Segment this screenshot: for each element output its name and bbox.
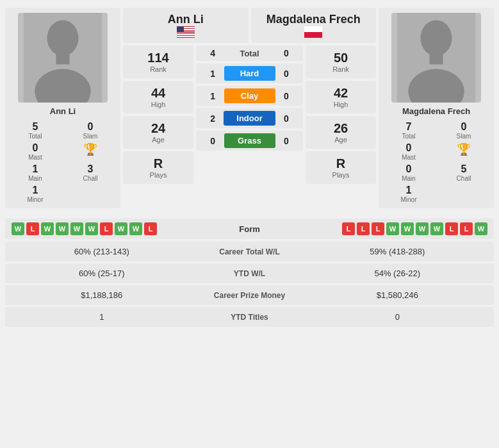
player1-career-prize: $1,188,186 — [12, 290, 192, 300]
player1-center-stats: 114 Rank 44 High 24 Age R Plays — [123, 46, 193, 184]
player1-form-badge: W — [70, 222, 83, 235]
player2-form: LLLWWWWLLW — [275, 222, 488, 235]
player1-form: WLWWWWLWWL — [12, 222, 224, 235]
career-prize-row: $1,188,186 Career Prize Money $1,580,246 — [5, 285, 494, 305]
player2-mast: 0 Mast — [384, 142, 434, 161]
middle-section: 114 Rank 44 High 24 Age R Plays — [123, 46, 376, 184]
player1-age-box: 24 Age — [123, 116, 193, 149]
player1-card: Ann Li 5 Total 0 Slam 0 Mast 🏆 — [5, 8, 120, 208]
player2-ytd-titles: 0 — [307, 312, 488, 322]
player1-ytd-wl: 60% (25-17) — [12, 269, 192, 278]
player1-header-name: Ann Li — [168, 13, 204, 26]
main-container: Ann Li 5 Total 0 Slam 0 Mast 🏆 — [0, 0, 499, 329]
player2-form-badge: W — [401, 222, 414, 235]
player1-form-badge: W — [129, 222, 142, 235]
player1-total: 5 Total — [10, 121, 60, 140]
player2-form-badge: W — [416, 222, 429, 235]
player1-high-box: 44 High — [123, 81, 193, 113]
player2-career-wl: 59% (418-288) — [307, 247, 488, 256]
player2-main: 0 Main — [384, 163, 434, 182]
player1-flag — [177, 26, 195, 38]
ytd-wl-label: YTD W/L — [192, 269, 307, 278]
player1-form-badge: W — [115, 222, 127, 235]
player2-age-box: 26 Age — [306, 116, 376, 149]
player1-form-badge: W — [85, 222, 98, 235]
svg-rect-7 — [430, 54, 443, 65]
surface-grass-row: 0 Grass 0 — [196, 131, 303, 151]
player1-career-wl: 60% (213-143) — [12, 247, 192, 256]
player1-stats-grid: 5 Total 0 Slam 0 Mast 🏆 1 Main — [10, 121, 115, 203]
surface-clay-row: 1 Clay 0 — [196, 86, 303, 106]
player2-center-stats: 50 Rank 42 High 26 Age R Plays — [306, 46, 376, 184]
surface-indoor-row: 2 Indoor 0 — [196, 108, 303, 128]
ytd-wl-row: 60% (25-17) YTD W/L 54% (26-22) — [5, 263, 494, 283]
player2-slam: 0 Slam — [439, 121, 489, 140]
trophy1-icon: 🏆 — [83, 143, 97, 156]
player2-minor: 1 Minor — [384, 185, 434, 203]
player2-ytd-wl: 54% (26-22) — [307, 269, 488, 278]
player2-form-badge: W — [430, 222, 443, 235]
form-label: Form — [224, 224, 275, 234]
form-section: WLWWWWLWWL Form LLLWWWWLLW — [5, 219, 494, 239]
player2-rank-box: 50 Rank — [306, 46, 376, 78]
player2-plays-box: R Plays — [306, 151, 376, 184]
player2-card: Magdalena Frech 7 Total 0 Slam 0 Mast 🏆 — [379, 8, 494, 208]
player2-header-name: Magdalena Frech — [266, 13, 361, 26]
surface-hard-badge: Hard — [220, 66, 279, 81]
player1-main: 1 Main — [10, 163, 60, 182]
career-wl-row: 60% (213-143) Career Total W/L 59% (418-… — [5, 242, 494, 261]
player1-trophy: 🏆 — [65, 142, 115, 161]
surface-clay-badge: Clay — [220, 88, 279, 103]
player2-flag — [304, 26, 322, 38]
player1-form-badge: W — [12, 222, 24, 235]
player1-avatar — [18, 13, 108, 103]
ytd-titles-row: 1 YTD Titles 0 — [5, 307, 494, 327]
career-prize-label: Career Prize Money — [192, 291, 307, 300]
comparison-section: Ann Li 5 Total 0 Slam 0 Mast 🏆 — [0, 0, 499, 216]
ytd-titles-label: YTD Titles — [192, 313, 307, 322]
svg-point-1 — [47, 20, 79, 56]
player1-plays-box: R Plays — [123, 151, 193, 184]
player2-stats-grid: 7 Total 0 Slam 0 Mast 🏆 0 Main — [384, 121, 489, 203]
surface-total-badge: Total — [220, 49, 279, 58]
player1-form-badge: L — [100, 222, 113, 235]
player2-trophy: 🏆 — [439, 142, 489, 161]
player2-avatar — [391, 13, 481, 103]
player1-form-badge: W — [56, 222, 69, 235]
player1-chall: 3 Chall — [65, 163, 115, 182]
player1-form-badge: L — [144, 222, 157, 235]
surface-grass-badge: Grass — [220, 133, 279, 148]
career-wl-label: Career Total W/L — [192, 247, 307, 256]
svg-point-5 — [421, 20, 452, 56]
player1-mast: 0 Mast — [10, 142, 60, 161]
surface-total-row: 4 Total 0 — [196, 46, 303, 61]
player2-total: 7 Total — [384, 121, 434, 140]
player1-ytd-titles: 1 — [12, 312, 192, 322]
player2-form-badge: L — [460, 222, 473, 235]
player1-form-badge: W — [41, 222, 54, 235]
player1-header: Ann Li — [123, 8, 249, 43]
player-headers: Ann Li Magdalena Frech — [123, 8, 376, 43]
player1-rank-box: 114 Rank — [123, 46, 193, 78]
surface-hard-row: 1 Hard 0 — [196, 63, 303, 83]
player2-header: Magdalena Frech — [251, 8, 377, 43]
player2-chall: 5 Chall — [439, 163, 489, 182]
player1-form-badge: L — [26, 222, 39, 235]
player2-career-prize: $1,580,246 — [307, 290, 488, 300]
player2-form-badge: W — [386, 222, 399, 235]
player1-slam: 0 Slam — [65, 121, 115, 140]
trophy2-icon: 🏆 — [457, 143, 471, 156]
surface-panel: 4 Total 0 1 Hard 0 — [196, 46, 303, 184]
player1-minor: 1 Minor — [10, 185, 60, 203]
svg-rect-3 — [56, 54, 70, 65]
player2-high-box: 42 High — [306, 81, 376, 113]
stats-table: 60% (213-143) Career Total W/L 59% (418-… — [5, 242, 494, 329]
player2-form-badge: L — [372, 222, 384, 235]
player2-form-badge: W — [475, 222, 487, 235]
player2-name-card: Magdalena Frech — [402, 106, 470, 116]
surface-indoor-badge: Indoor — [220, 111, 279, 126]
player2-form-badge: L — [357, 222, 370, 235]
player2-form-badge: L — [342, 222, 355, 235]
player2-form-badge: L — [445, 222, 458, 235]
center-panel: Ann Li Magdalena Frech 114 Rank — [123, 8, 376, 208]
